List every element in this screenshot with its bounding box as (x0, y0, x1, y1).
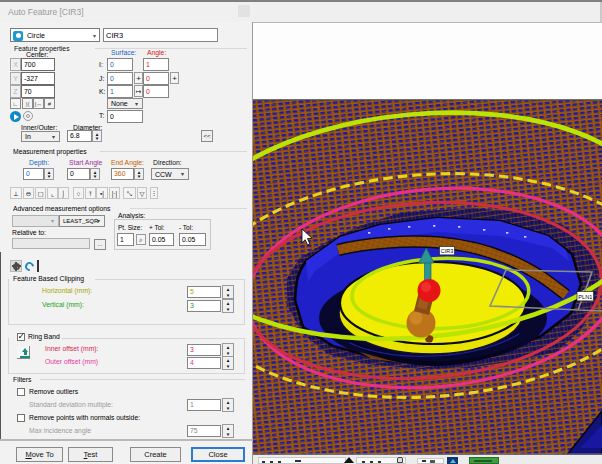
svg-text:PLN1: PLN1 (578, 294, 592, 300)
svg-text:CIR3: CIR3 (441, 248, 453, 254)
